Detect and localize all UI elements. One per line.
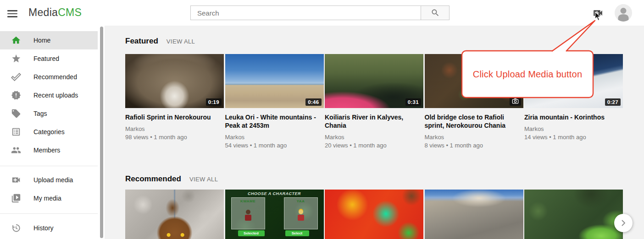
image-thumbnail[interactable] bbox=[425, 54, 523, 108]
duration-badge: 0:27 bbox=[605, 98, 621, 106]
media-card: CHOOSE A CHARACTER KWAME YAA Selected Se… bbox=[225, 190, 324, 239]
sidebar-item-label: History bbox=[33, 224, 54, 232]
carousel-next-button[interactable] bbox=[614, 214, 633, 232]
chevron-right-icon bbox=[620, 219, 627, 227]
duration-badge: 0:19 bbox=[206, 98, 222, 106]
search-input[interactable] bbox=[191, 6, 421, 20]
home-icon bbox=[11, 35, 21, 45]
video-thumbnail[interactable] bbox=[425, 190, 523, 239]
duration-badge: 0:46 bbox=[305, 98, 321, 106]
media-author[interactable]: Markos bbox=[125, 125, 224, 133]
photo-badge bbox=[510, 96, 521, 106]
media-meta: 20 views • 1 month ago bbox=[325, 141, 423, 150]
game-character-name: KWAME bbox=[232, 199, 265, 203]
video-thumbnail[interactable]: 0:46 bbox=[225, 54, 324, 108]
media-title[interactable]: Old bridge close to Rafioli sprint, Nero… bbox=[425, 113, 523, 130]
view-all-link[interactable]: VIEW ALL bbox=[189, 176, 218, 183]
logo-cms: CMS bbox=[58, 6, 82, 18]
top-bar: MediaCMS bbox=[0, 0, 644, 26]
sidebar-item-label: Recent uploads bbox=[33, 92, 78, 99]
game-thumb-heading: CHOOSE A CHARACTER bbox=[225, 191, 324, 196]
media-author[interactable]: Markos bbox=[425, 133, 523, 141]
list-icon bbox=[11, 127, 21, 137]
video-thumbnail[interactable] bbox=[524, 190, 623, 239]
sidebar: Home Featured Recommended Recent uploads… bbox=[0, 26, 105, 239]
sidebar-divider bbox=[0, 213, 98, 214]
search-button[interactable] bbox=[421, 6, 449, 20]
game-select-button: Select bbox=[285, 230, 309, 236]
tag-icon bbox=[11, 109, 21, 119]
menu-icon[interactable] bbox=[7, 8, 18, 17]
sidebar-item-label: Recommended bbox=[33, 73, 77, 81]
sidebar-media-group: Upload media My media bbox=[0, 171, 98, 207]
video-library-icon bbox=[11, 193, 21, 203]
view-all-link[interactable]: VIEW ALL bbox=[167, 38, 195, 45]
sidebar-scrollbar[interactable] bbox=[100, 27, 103, 238]
media-author[interactable]: Markos bbox=[524, 125, 623, 133]
featured-card-row: 0:19 Rafioli Sprint in Nerokourou Markos… bbox=[125, 54, 625, 150]
new-releases-icon bbox=[11, 90, 21, 100]
media-meta: 14 views • 1 month ago bbox=[524, 133, 623, 141]
featured-section: Featured VIEW ALL 0:19 Rafioli Sprint in… bbox=[125, 37, 625, 150]
sidebar-divider bbox=[0, 166, 98, 166]
search-bar bbox=[190, 5, 450, 20]
media-author[interactable]: Markos bbox=[225, 133, 324, 141]
sidebar-item-label: Categories bbox=[33, 128, 65, 136]
media-author[interactable]: Markos bbox=[325, 133, 423, 141]
sidebar-item-history[interactable]: History bbox=[0, 219, 98, 237]
main-content: Featured VIEW ALL 0:19 Rafioli Sprint in… bbox=[105, 26, 644, 239]
media-card: 0:46 Leuka Ori - White mountains - Peak … bbox=[225, 54, 324, 150]
sidebar-item-label: Home bbox=[33, 37, 50, 44]
recommended-card-row: CHOOSE A CHARACTER KWAME YAA Selected Se… bbox=[125, 190, 625, 239]
mouse-cursor bbox=[594, 11, 601, 22]
video-thumbnail[interactable] bbox=[325, 190, 423, 239]
sidebar-item-label: Tags bbox=[33, 110, 47, 117]
media-card bbox=[425, 190, 523, 239]
recommended-section: Recommended VIEW ALL CHOOSE A CHARACTER … bbox=[125, 174, 625, 239]
double-check-icon bbox=[11, 72, 21, 82]
sidebar-item-recommended[interactable]: Recommended bbox=[0, 68, 98, 86]
media-title[interactable]: Koiliaris River in Kalyves, Chania bbox=[325, 113, 423, 130]
sidebar-primary-group: Home Featured Recommended Recent uploads… bbox=[0, 31, 98, 159]
section-title: Featured bbox=[125, 37, 158, 46]
sidebar-item-members[interactable]: Members bbox=[0, 141, 98, 159]
media-card: 0:27 Ziria mountain - Korinthos Markos 1… bbox=[524, 54, 623, 150]
sidebar-item-label: Upload media bbox=[33, 176, 73, 184]
sidebar-item-my-media[interactable]: My media bbox=[0, 189, 98, 207]
star-icon bbox=[11, 54, 21, 64]
sidebar-item-tags[interactable]: Tags bbox=[0, 104, 98, 123]
sidebar-item-label: My media bbox=[33, 195, 61, 202]
media-title[interactable]: Rafioli Sprint in Nerokourou bbox=[125, 113, 224, 121]
media-card: 0:19 Rafioli Sprint in Nerokourou Markos… bbox=[125, 54, 224, 150]
video-thumbnail[interactable]: CHOOSE A CHARACTER KWAME YAA Selected Se… bbox=[225, 190, 324, 239]
app-logo[interactable]: MediaCMS bbox=[28, 6, 82, 19]
sidebar-item-upload-media[interactable]: Upload media bbox=[0, 171, 98, 189]
game-character-panel: YAA bbox=[284, 197, 318, 229]
sidebar-item-recent-uploads[interactable]: Recent uploads bbox=[0, 86, 98, 104]
game-character-name: YAA bbox=[284, 199, 317, 203]
video-thumbnail[interactable]: 0:31 bbox=[325, 54, 423, 108]
media-title[interactable]: Ziria mountain - Korinthos bbox=[524, 113, 623, 121]
sidebar-item-label: Members bbox=[33, 147, 60, 154]
user-avatar[interactable] bbox=[615, 4, 632, 22]
video-thumbnail[interactable] bbox=[125, 190, 224, 239]
media-title[interactable]: Leuka Ori - White mountains - Peak at 24… bbox=[225, 113, 324, 130]
sidebar-history-group: History bbox=[0, 219, 98, 237]
media-meta: 54 views • 1 month ago bbox=[225, 141, 324, 150]
person-icon bbox=[615, 4, 632, 22]
history-icon bbox=[11, 223, 21, 233]
media-card bbox=[325, 190, 423, 239]
people-icon bbox=[11, 145, 21, 155]
sidebar-item-categories[interactable]: Categories bbox=[0, 123, 98, 141]
sidebar-item-home[interactable]: Home bbox=[0, 31, 98, 49]
video-call-icon bbox=[11, 175, 21, 185]
video-thumbnail[interactable]: 0:19 bbox=[125, 54, 224, 108]
media-meta: 98 views • 1 month ago bbox=[125, 133, 224, 141]
sidebar-item-featured[interactable]: Featured bbox=[0, 49, 98, 68]
sidebar-item-label: Featured bbox=[33, 55, 59, 62]
media-meta: 8 views • 1 month ago bbox=[425, 141, 523, 150]
camera-icon bbox=[512, 98, 519, 104]
video-thumbnail[interactable]: 0:27 bbox=[524, 54, 623, 108]
media-card: 0:31 Koiliaris River in Kalyves, Chania … bbox=[325, 54, 423, 150]
media-card bbox=[524, 190, 623, 239]
